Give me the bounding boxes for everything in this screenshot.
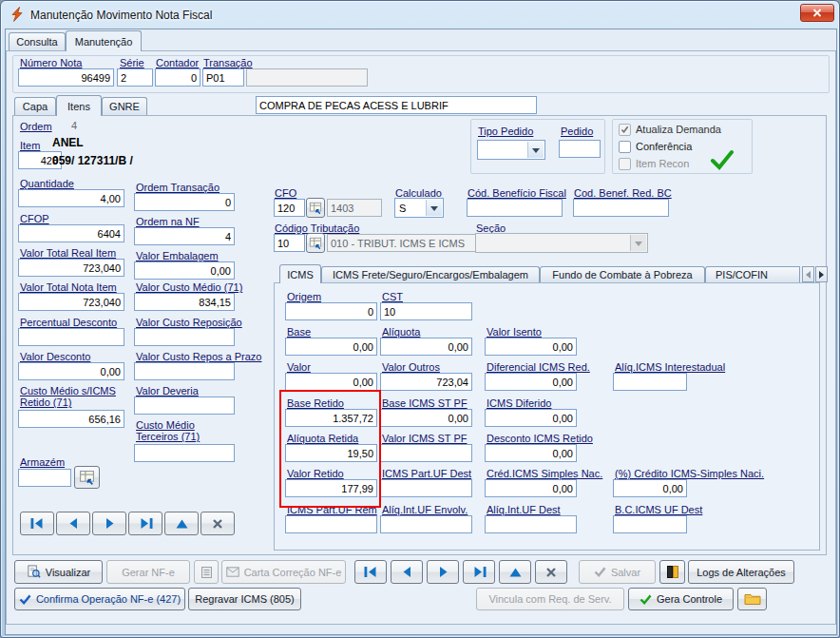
cred-icms-simples-input[interactable] [485,479,577,497]
ordem-na-nf-input[interactable] [134,227,235,245]
valor-custo-reposicao-input[interactable] [134,328,235,346]
item-nav-first-button[interactable] [20,512,54,535]
base-retido-input[interactable] [285,409,377,427]
gerar-nfe-button[interactable]: Gerar NF-e [106,560,190,584]
beneficio-fiscal-input[interactable] [467,199,563,217]
valor-isento-input[interactable] [485,338,577,356]
origem-label: Origem [287,291,321,302]
aliquota-input[interactable] [380,338,472,356]
tab-scroll-right-button[interactable] [815,266,828,282]
tipo-pedido-combo[interactable] [477,140,545,160]
nav-next-button[interactable] [427,560,459,584]
origem-input[interactable] [285,302,377,320]
tab-fundo-combate-pobreza[interactable]: Fundo de Combate à Pobreza [540,266,705,282]
contador-input[interactable] [155,68,200,87]
armazem-label: Armazém [20,456,65,468]
pedido-input[interactable] [559,140,601,158]
tab-manutencao[interactable]: Manutenção [66,30,142,51]
vincula-req-serv-button[interactable]: Vincula com Req. de Serv. [476,588,624,610]
valor-icms-st-pf-input[interactable] [380,444,472,462]
calculado-combo[interactable]: S [394,198,444,218]
tab-pis-cofins[interactable]: PIS/COFIN [705,266,800,282]
valor-retido-input[interactable] [285,479,377,497]
valor-desconto-input[interactable] [18,362,124,380]
cst-input[interactable] [380,302,472,320]
icms-part-uf-rem-input[interactable] [285,515,377,533]
nav-first-button[interactable] [354,560,387,584]
quantidade-input[interactable] [18,189,124,207]
close-button[interactable] [800,4,834,22]
folder-button[interactable] [737,588,767,610]
base-icms-st-pf-input[interactable] [380,409,472,427]
valor-embalagem-input[interactable] [134,261,235,280]
tributacao-lookup-button[interactable] [306,233,325,253]
item-nav-cancel-button[interactable] [200,512,235,535]
aliq-icms-interestadual-input[interactable] [613,373,687,391]
custo-medio-terceiros-input[interactable] [134,444,235,462]
tab-capa[interactable]: Capa [14,97,56,115]
log-book-button[interactable] [659,560,685,584]
cfop-input[interactable] [18,224,124,242]
chevron-down-icon[interactable] [426,200,442,216]
tab-scroll-left-button[interactable] [802,266,814,282]
item-nav-prev-button[interactable] [56,512,90,535]
percentual-desconto-input[interactable] [18,328,124,346]
valor-custo-repos-prazo-input[interactable] [134,362,235,380]
chevron-down-icon[interactable] [527,142,544,158]
valor-custo-medio-input[interactable] [134,293,235,311]
valor-input[interactable] [285,373,377,391]
nfe-xml-button[interactable] [194,560,219,584]
aliquota-retida-input[interactable] [285,444,377,462]
tab-itens[interactable]: Itens [56,95,102,116]
icms-part-uf-dest-input[interactable] [380,479,472,497]
bc-icms-uf-dest-input[interactable] [613,515,687,533]
item-nav-last-button[interactable] [128,512,162,535]
codigo-tributacao-input[interactable] [274,234,305,252]
tab-gnre[interactable]: GNRE [102,97,147,115]
base-input[interactable] [285,338,377,356]
logs-alteracoes-button[interactable]: Logs de Alterações [688,560,794,584]
nav-cancel-button[interactable] [535,560,567,584]
nav-last-button[interactable] [463,560,495,584]
benef-red-bc-input[interactable] [573,199,669,217]
aliq-int-uf-envolv-input[interactable] [380,515,472,533]
valor-total-real-item-input[interactable] [18,259,124,277]
tab-icms-frete[interactable]: ICMS Frete/Seguro/Encargos/Embalagem [321,266,540,282]
armazem-input[interactable] [18,469,71,487]
tab-consulta[interactable]: Consulta [9,32,66,50]
cfo-lookup-button[interactable] [306,198,325,218]
numero-nota-input[interactable] [18,68,114,87]
conferencia-checkbox[interactable] [619,141,631,153]
regravar-icms-button[interactable]: Regravar ICMS (805) [188,588,301,610]
descricao-nota-input[interactable] [256,96,537,114]
aliq-icms-interestadual-label: Alíq.ICMS Interestadual [615,361,725,373]
visualizar-button[interactable]: Visualizar [14,560,103,584]
atualiza-demanda-checkbox[interactable] [619,124,631,136]
valor-custo-medio-label: Valor Custo Médio (71) [136,281,242,293]
confirma-operacao-nfe-button[interactable]: Confirma Operação NF-e (427) [14,588,185,610]
item-nav-next-button[interactable] [92,512,126,535]
desconto-icms-retido-input[interactable] [485,444,577,462]
valor-outros-input[interactable] [380,373,472,391]
transacao-input[interactable] [202,68,244,87]
carta-correcao-button[interactable]: Carta Correção NF-e [221,560,346,584]
titlebar[interactable]: Manutenção Movimento Nota Fiscal [1,1,839,29]
armazem-lookup-button[interactable] [74,466,100,489]
nav-prev-button[interactable] [391,560,423,584]
valor-total-nota-item-input[interactable] [18,293,124,311]
aliq-int-uf-dest-input[interactable] [485,515,577,533]
serie-input[interactable] [117,68,153,87]
ordem-transacao-input[interactable] [134,193,235,211]
nav-up-button[interactable] [499,560,531,584]
item-recon-checkbox[interactable] [619,158,631,170]
icms-diferido-input[interactable] [485,409,577,427]
item-nav-up-button[interactable] [164,512,199,535]
cfo-input[interactable] [274,199,305,217]
tab-icms[interactable]: ICMS [279,264,321,283]
perc-cred-icms-simples-input[interactable] [613,479,687,497]
custo-medio-sem-icms-input[interactable] [18,410,124,428]
valor-deveria-input[interactable] [134,396,235,415]
diferencial-icms-red-input[interactable] [485,373,577,391]
salvar-button[interactable]: Salvar [579,560,656,584]
gera-controle-button[interactable]: Gera Controle [628,588,734,610]
